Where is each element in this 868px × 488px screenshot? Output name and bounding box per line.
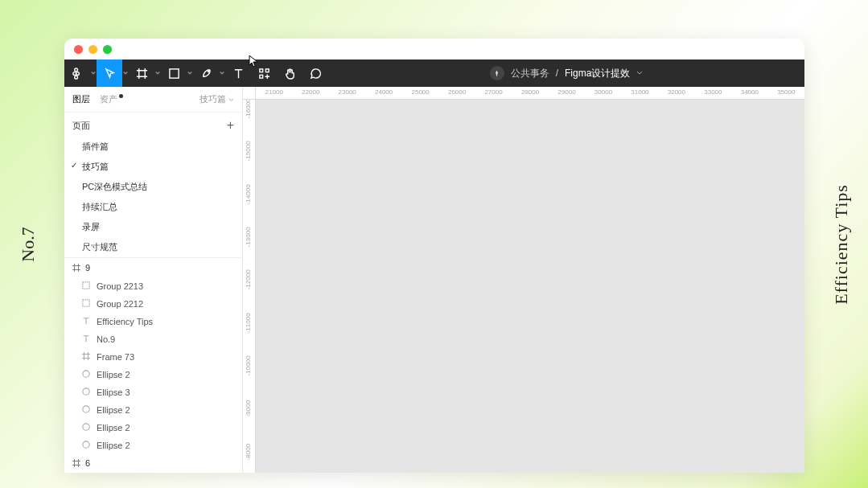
ruler-corner [243,87,256,100]
comment-tool[interactable] [302,59,328,87]
ruler-tick: -8000 [243,430,255,473]
add-page-button[interactable]: + [227,119,234,132]
chevron-down-icon[interactable] [90,59,97,87]
layer-label: Ellipse 2 [97,441,130,450]
svg-rect-0 [74,68,77,71]
svg-rect-10 [83,300,89,306]
ellipse-icon [82,370,90,379]
layer-item[interactable]: Group 2212 [64,295,242,313]
ruler-tick: 24000 [365,87,401,99]
ruler-tick: 34000 [731,87,767,99]
layer-label: Efficiency Tips [97,317,153,326]
page-item[interactable]: 技巧篇 [64,157,242,177]
frame-header[interactable]: 9 [64,258,242,277]
assets-unread-dot [119,94,123,98]
ruler-tick: -9000 [243,387,255,429]
hand-tool[interactable] [277,59,302,87]
layer-label: Ellipse 3 [97,388,130,397]
ruler-tick: -13000 [243,215,255,258]
svg-point-12 [83,388,89,395]
ruler-tick: 29000 [549,87,585,99]
ruler-tick: 31000 [622,87,658,99]
ellipse-icon [82,441,90,450]
layer-label: Frame 73 [97,352,134,362]
close-icon[interactable] [74,45,83,54]
svg-point-13 [83,406,89,412]
ruler-tick: -10000 [243,344,255,387]
move-tool[interactable] [97,59,122,87]
page-item[interactable]: PC深色模式总结 [64,177,242,197]
layer-item[interactable]: Ellipse 2 [64,419,242,437]
layer-item[interactable]: Ellipse 2 [64,366,242,383]
canvas[interactable]: -16000-15000-14000-13000-12000-11000-100… [243,87,804,473]
svg-rect-9 [83,282,89,289]
ruler-tick: -14000 [243,173,255,215]
maximize-icon[interactable] [103,45,112,54]
chevron-down-icon[interactable] [122,59,129,87]
tab-layers[interactable]: 图层 [72,92,90,107]
ruler-tick: 25000 [402,87,438,99]
pen-tool[interactable] [193,59,219,87]
figma-toolbar: 公共事务 / Figma设计提效 [64,59,804,87]
ruler-vertical: -16000-15000-14000-13000-12000-11000-100… [243,87,256,473]
ruler-tick: -15000 [243,129,255,172]
shape-tool[interactable] [161,59,187,87]
ellipse-icon [82,388,90,397]
chevron-down-icon[interactable] [187,59,193,87]
layer-label: Group 2212 [97,299,143,309]
layers-list: Group 2213Group 2212Efficiency TipsNo.9F… [64,277,242,453]
chevron-down-icon[interactable] [154,59,161,87]
layer-item[interactable]: Frame 73 [64,348,242,366]
layer-label: Group 2213 [97,281,143,291]
decor-left-text: No.7 [18,227,39,261]
group-icon [82,299,90,309]
page-item[interactable]: 尺寸规范 [64,237,242,257]
layer-item[interactable]: Ellipse 2 [64,401,242,419]
current-page-dropdown[interactable]: 技巧篇 [200,93,234,105]
team-avatar-icon [490,66,504,80]
mac-titlebar [64,39,804,59]
layer-item[interactable]: Group 2213 [64,277,242,295]
chevron-down-icon [228,97,234,103]
text-icon [82,317,90,326]
tab-assets[interactable]: 资产 [100,92,123,107]
svg-rect-4 [169,68,178,77]
svg-rect-7 [265,68,269,72]
frame-icon [72,264,80,272]
frame-tool[interactable] [129,59,154,87]
minimize-icon[interactable] [88,45,97,54]
text-tool[interactable] [225,59,251,87]
svg-point-5 [208,70,209,72]
menu-button[interactable] [64,59,90,87]
page-item[interactable]: 插件篇 [64,137,242,157]
layer-label: Ellipse 2 [97,370,130,379]
ruler-tick: -11000 [243,301,255,344]
layer-item[interactable]: No.9 [64,330,242,348]
page-item[interactable]: 持续汇总 [64,197,242,217]
pages-panel: 页面 + 插件篇技巧篇PC深色模式总结持续汇总录屏尺寸规范 [64,113,242,258]
chevron-down-icon[interactable] [219,59,225,87]
ruler-tick: 33000 [695,87,731,99]
team-name: 公共事务 [511,67,549,80]
frame-header[interactable]: 6 [64,453,242,473]
pages-header: 页面 [72,120,90,132]
svg-point-14 [83,424,89,430]
layer-item[interactable]: Ellipse 3 [64,383,242,401]
page-item[interactable]: 录屏 [64,217,242,237]
layer-item[interactable]: Efficiency Tips [64,313,242,330]
frame-icon [82,352,90,362]
separator: / [556,68,558,79]
ruler-tick: 26000 [438,87,475,99]
project-name: Figma设计提效 [565,67,630,80]
svg-rect-8 [259,75,262,78]
layer-label: No.9 [97,334,115,344]
ellipse-icon [82,405,90,415]
svg-rect-6 [259,68,262,72]
toolbar-breadcrumb[interactable]: 公共事务 / Figma设计提效 [328,66,804,80]
decor-right-text: Efficiency Tips [831,184,852,305]
ruler-horizontal: 2100022000230002400025000260002700028000… [256,87,804,100]
ellipse-icon [82,423,90,433]
left-sidebar: 图层 资产 技巧篇 页面 + 插件篇技巧篇PC深色模式总结持续汇总录屏尺寸规范 … [64,87,243,473]
layer-item[interactable]: Ellipse 2 [64,437,242,453]
layer-label: Ellipse 2 [97,423,130,433]
